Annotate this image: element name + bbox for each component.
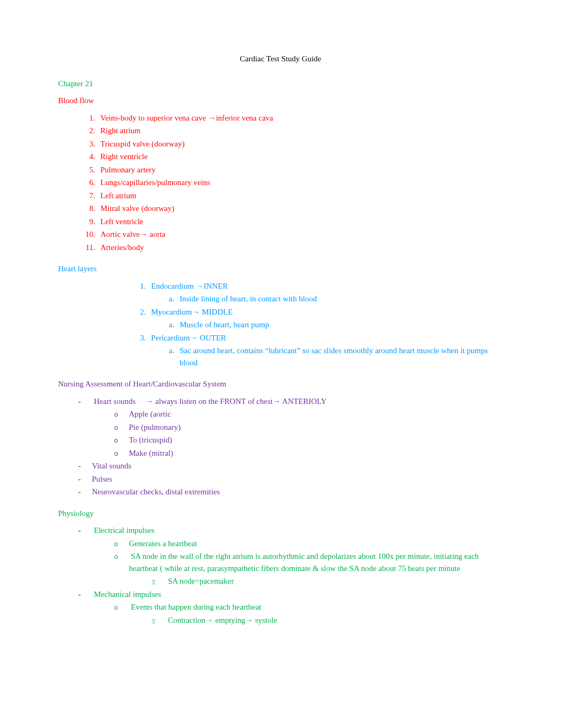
list-item: Electrical impulses Generates a heartbea… bbox=[78, 524, 503, 587]
sub-sub-list-item: Contraction→ emptying→ systole bbox=[152, 614, 503, 626]
layer-sub: Inside lining of heart, in contact with … bbox=[176, 293, 503, 305]
layer-sub: Muscle of heart, heart pump bbox=[176, 319, 503, 331]
layer-label: Myocardium→ MIDDLE bbox=[151, 308, 233, 316]
assessment-list: Heart sounds → always listen on the FRON… bbox=[58, 395, 503, 498]
list-item: Heart sounds → always listen on the FRON… bbox=[78, 395, 503, 459]
sub-list-item: Events that happen during each heartbeat… bbox=[114, 601, 503, 626]
sub-list-item: Make (mitral) bbox=[114, 447, 503, 459]
heart-sounds-label: Heart sounds bbox=[94, 397, 136, 406]
physiology-list: Electrical impulses Generates a heartbea… bbox=[58, 524, 503, 626]
mechanical-sub: Events that happen during each heartbeat bbox=[131, 603, 261, 611]
list-item: Myocardium→ MIDDLE Muscle of heart, hear… bbox=[148, 306, 503, 331]
list-item: Pulses bbox=[78, 473, 503, 485]
layer-label: Endocardium →INNER bbox=[151, 282, 228, 290]
list-item: Left ventricle bbox=[97, 216, 503, 228]
assessment-heading: Nursing Assessment of Heart/Cardiovascul… bbox=[58, 378, 503, 390]
heart-layers-heading: Heart layers bbox=[58, 263, 503, 275]
sub-list-item: To (tricuspid) bbox=[114, 434, 503, 446]
list-item: Right ventricle bbox=[97, 151, 503, 163]
list-item: Endocardium →INNER Inside lining of hear… bbox=[148, 280, 503, 305]
list-item: Aortic valve→ aorta bbox=[97, 228, 503, 241]
mechanical-label: Mechanical impulses bbox=[94, 590, 161, 598]
electrical-label: Electrical impulses bbox=[94, 526, 155, 535]
layer-sub: Sac around heart, contains “lubricant” s… bbox=[176, 345, 503, 368]
list-item: Mitral valve (doorway) bbox=[97, 202, 503, 215]
heart-layers-list: Endocardium →INNER Inside lining of hear… bbox=[58, 280, 503, 369]
chapter-heading: Chapter 21 bbox=[58, 78, 503, 90]
page-title: Cardiac Test Study Guide bbox=[58, 53, 503, 65]
layer-label: Pericardium→ OUTER bbox=[151, 334, 226, 342]
blood-flow-list: Veins-body to superior vena cave →inferi… bbox=[58, 112, 503, 254]
blood-flow-heading: Blood flow bbox=[58, 95, 503, 107]
list-item: Mechanical impulses Events that happen d… bbox=[78, 588, 503, 626]
sub-sub-list-item: SA node=pacemaker bbox=[152, 575, 503, 587]
sub-list-item: Pie (pulmonary) bbox=[114, 421, 503, 434]
list-item: Tricuspid valve (doorway) bbox=[97, 138, 503, 150]
list-item: Lungs/capillaries/pulmonary veins bbox=[97, 177, 503, 189]
list-item: Vital sounds bbox=[78, 460, 503, 472]
list-item: Pulmonary artery bbox=[97, 164, 503, 176]
sub-list-item: SA node in the wall of the right atrium … bbox=[114, 550, 503, 587]
heart-sounds-note: → always listen on the FRONT of chest→ A… bbox=[145, 397, 326, 406]
physiology-heading: Physiology bbox=[58, 508, 503, 520]
sub-list-item: Apple (aortic bbox=[114, 408, 503, 420]
list-item: Veins-body to superior vena cave →inferi… bbox=[97, 112, 503, 124]
sub-list-item: Generates a heartbeat bbox=[114, 538, 503, 550]
list-item: Neurovascular checks, distal extremities bbox=[78, 486, 503, 498]
list-item: Left atrium bbox=[97, 190, 503, 202]
sa-node-desc: SA node in the wall of the right atrium … bbox=[129, 552, 479, 573]
list-item: Pericardium→ OUTER Sac around heart, con… bbox=[148, 332, 503, 369]
list-item: Arteries/body bbox=[97, 242, 503, 254]
list-item: Right atrium bbox=[97, 125, 503, 137]
